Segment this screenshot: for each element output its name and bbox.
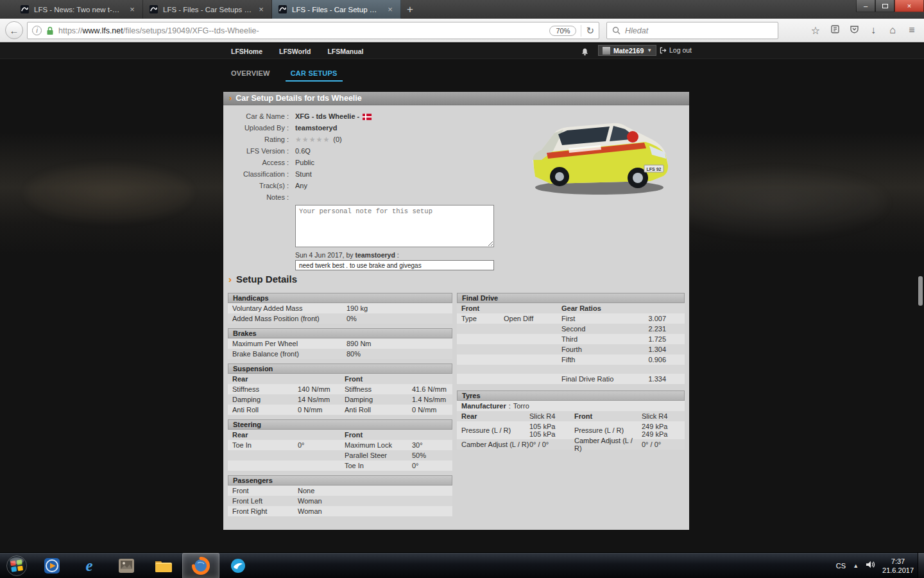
comment-date-line: Sun 4 Jun 2017, by teamstoeryd : <box>295 251 512 259</box>
user-avatar <box>603 47 610 55</box>
meta-row-notes: Notes : <box>223 193 512 202</box>
menu-icon[interactable]: ≡ <box>902 24 921 36</box>
notifications-bell-icon[interactable] <box>581 47 589 58</box>
tab-close-icon[interactable]: × <box>257 4 266 14</box>
car-name-value: XFG - tds Wheelie - <box>295 112 359 121</box>
start-button[interactable] <box>0 553 33 578</box>
reload-button[interactable]: ↻ <box>586 25 594 37</box>
table-row-camber: Camber Adjust (L / R) 0° / 0° Camber Adj… <box>457 439 685 450</box>
show-desktop-button[interactable] <box>918 553 924 578</box>
comment-author[interactable]: teamstoeryd <box>355 251 395 259</box>
meta-row-access: Access : Public <box>223 159 512 167</box>
chevron-down-icon: ▼ <box>647 48 652 53</box>
comment-text-box[interactable]: need twerk best . to use brake and giveg… <box>295 260 494 270</box>
steering-header: Steering <box>228 419 452 430</box>
ie-letter-icon: e <box>85 557 92 575</box>
meta-label: Notes : <box>223 193 289 202</box>
taskbar-blue-app-icon[interactable] <box>219 553 257 578</box>
handicaps-header: Handicaps <box>228 293 452 303</box>
car-plate-text: LFS 92 <box>647 167 662 171</box>
clock-time: 7:37 <box>882 557 914 566</box>
meta-label: Car & Name : <box>223 112 289 121</box>
tab-overview[interactable]: OVERVIEW <box>226 66 275 82</box>
taskbar-explorer-icon[interactable] <box>145 553 182 578</box>
search-bar[interactable] <box>606 22 778 39</box>
user-menu[interactable]: Mate2169 ▼ <box>598 45 656 56</box>
table-subheader-row: FrontGear Ratios <box>457 303 685 313</box>
download-icon[interactable]: ↓ <box>864 24 883 36</box>
search-input[interactable] <box>625 26 773 35</box>
nav-link-lfsworld[interactable]: LFSWorld <box>279 48 311 55</box>
table-subheader-row: RearFront <box>228 374 452 384</box>
browser-tab-setups-listing[interactable]: LFS - Files - Car Setups Listing × <box>143 0 272 19</box>
tab-close-icon[interactable]: × <box>386 4 395 14</box>
browser-tab-setup-detail[interactable]: LFS - Files - Car Setup Detail × <box>272 0 401 19</box>
bookmarks-menu-icon[interactable] <box>825 24 844 37</box>
tray-expand-icon[interactable]: ▲ <box>853 563 859 569</box>
taskbar-firefox-icon[interactable] <box>182 553 219 578</box>
browser-toolbar: ← i https://www.lfs.net/files/setups/190… <box>0 19 924 42</box>
tyres-section: Tyres Manufacturer : Torro RearSlick R4F… <box>457 390 685 450</box>
meta-row-version: LFS Version : 0.6Q <box>223 147 512 155</box>
uploader-link[interactable]: teamstoeryd <box>295 124 337 132</box>
url-text: https://www.lfs.net/files/setups/19049/X… <box>58 26 545 35</box>
bookmark-star-icon[interactable]: ☆ <box>806 24 825 37</box>
setup-right-column: Final Drive FrontGear Ratios TypeOpen Di… <box>457 293 685 454</box>
table-row: TypeOpen DiffFirst3.007 <box>457 313 685 324</box>
meta-row-tracks: Track(s) : Any <box>223 182 512 190</box>
taskbar-ie-icon[interactable]: e <box>71 553 108 578</box>
notes-textarea[interactable] <box>295 205 494 247</box>
nav-link-lfsmanual[interactable]: LFSManual <box>327 48 363 55</box>
page-info-icon[interactable]: i <box>32 26 42 35</box>
rating-stars[interactable]: ★★★★★ <box>295 136 330 144</box>
table-row: Front RightWoman <box>228 506 452 516</box>
logout-icon <box>660 47 667 54</box>
system-tray: CS ▲ 7:37 21.6.2017 <box>836 553 916 578</box>
meta-label: Access : <box>223 159 289 167</box>
browser-tab-news[interactable]: LFS - News: Two new t-shirts × <box>14 0 143 19</box>
nav-link-lfshome[interactable]: LFSHome <box>231 48 262 55</box>
lfs-favicon <box>149 4 158 14</box>
taskbar-clock[interactable]: 7:37 21.6.2017 <box>882 557 916 575</box>
window-maximize-button[interactable] <box>875 0 894 12</box>
setup-left-column: Handicaps Voluntary Added Mass190 kg Add… <box>228 293 452 521</box>
table-row: Third1.725 <box>457 334 685 344</box>
meta-label: Track(s) : <box>223 182 289 190</box>
classification-value: Stunt <box>295 170 312 179</box>
meta-label: Rating : <box>223 136 289 144</box>
logout-button[interactable]: Log out <box>660 46 692 54</box>
url-bar[interactable]: i https://www.lfs.net/files/setups/19049… <box>27 22 599 39</box>
taskbar-apps: e <box>33 553 257 578</box>
window-minimize-button[interactable]: – <box>856 0 875 12</box>
comment-colon: : <box>397 251 399 259</box>
table-row: Anti Roll0 N/mmAnti Roll0 N/mm <box>228 405 452 415</box>
steering-section: Steering RearFront Toe In0°Maximum Lock3… <box>228 419 452 471</box>
taskbar-app-icon[interactable] <box>108 553 145 578</box>
new-tab-button[interactable]: + <box>401 0 419 19</box>
rating-count: (0) <box>333 136 341 144</box>
tab-car-setups[interactable]: CAR SETUPS <box>286 66 343 82</box>
volume-icon[interactable] <box>866 560 875 572</box>
home-icon[interactable]: ⌂ <box>883 24 902 36</box>
zoom-level-badge[interactable]: 70% <box>549 26 576 36</box>
brakes-header: Brakes <box>228 328 452 338</box>
back-button[interactable]: ← <box>5 21 23 39</box>
window-close-button[interactable]: × <box>894 0 924 12</box>
url-domain: www.lfs.net <box>83 26 123 35</box>
passengers-header: Passengers <box>228 475 452 486</box>
tab-close-icon[interactable]: × <box>128 4 137 14</box>
table-row: Voluntary Added Mass190 kg <box>228 303 452 313</box>
taskbar-mediaplayer-icon[interactable] <box>33 553 71 578</box>
table-row: Fifth0.906 <box>457 355 685 365</box>
table-row: Fourth1.304 <box>457 344 685 355</box>
browser-tabs: LFS - News: Two new t-shirts × LFS - Fil… <box>14 0 419 19</box>
access-value: Public <box>295 159 314 167</box>
setup-details-title: › Setup Details <box>228 274 297 285</box>
page-scrollbar-thumb[interactable] <box>918 276 923 306</box>
language-indicator[interactable]: CS <box>836 562 846 570</box>
pocket-icon[interactable] <box>844 24 864 37</box>
table-row: Brake Balance (front)80% <box>228 349 452 359</box>
background-car-left <box>26 164 193 222</box>
page-title: Car Setup Details for tds Wheelie <box>235 94 362 103</box>
final-drive-header: Final Drive <box>457 293 685 303</box>
